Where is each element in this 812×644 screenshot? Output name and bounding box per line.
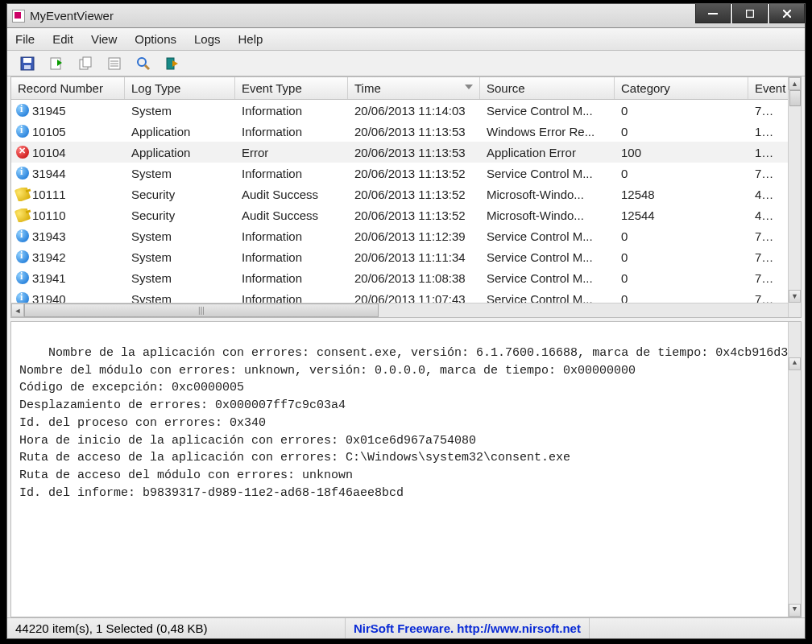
table-row[interactable]: 31941SystemInformation20/06/2013 11:08:3… — [11, 267, 801, 288]
audit-success-icon — [14, 208, 31, 222]
hscroll-track[interactable]: ||| — [24, 303, 788, 317]
cell-cat: 0 — [615, 250, 748, 264]
svg-line-15 — [145, 65, 149, 69]
table-row[interactable]: 31942SystemInformation20/06/2013 11:11:3… — [11, 246, 801, 267]
event-table: Record Number Log Type Event Type Time S… — [10, 76, 802, 318]
table-body: 31945SystemInformation20/06/2013 11:14:0… — [11, 100, 801, 303]
table-row[interactable]: 31944SystemInformation20/06/2013 11:13:5… — [11, 163, 801, 184]
cell-log: System — [125, 271, 235, 285]
cell-log: Security — [125, 208, 235, 222]
table-vscroll[interactable]: ▲ ▼ — [788, 77, 801, 317]
cell-source: Service Control M... — [480, 250, 615, 264]
toolbar — [7, 51, 805, 76]
cell-cat: 0 — [615, 104, 748, 118]
event-detail-pane[interactable]: Nombre de la aplicación con errores: con… — [10, 321, 802, 617]
minimize-button[interactable] — [695, 4, 731, 23]
cell-record: 10110 — [32, 208, 66, 222]
cell-log: System — [125, 229, 235, 243]
scroll-left-icon[interactable]: ◄ — [11, 303, 24, 317]
cell-event: Information — [235, 104, 348, 118]
menu-options[interactable]: Options — [135, 32, 176, 46]
cell-record: 31940 — [32, 292, 66, 303]
menu-view[interactable]: View — [91, 32, 117, 46]
detail-scroll-down-icon[interactable]: ▼ — [789, 604, 801, 617]
info-icon — [16, 167, 29, 180]
cell-evid: 7036 — [748, 229, 792, 243]
copy-icon[interactable] — [77, 55, 94, 72]
cell-evid: 4624 — [748, 208, 792, 222]
cell-time: 20/06/2013 11:12:39 — [348, 229, 480, 243]
table-hscroll[interactable]: ◄ ||| ► — [11, 303, 801, 317]
cell-log: System — [125, 250, 235, 264]
menu-file[interactable]: File — [15, 32, 35, 46]
hscroll-thumb[interactable]: ||| — [24, 303, 379, 317]
detail-scroll-up-icon[interactable]: ▲ — [789, 357, 801, 370]
refresh-icon[interactable] — [48, 55, 65, 72]
cell-event: Information — [235, 125, 348, 138]
table-row[interactable]: 31943SystemInformation20/06/2013 11:12:3… — [11, 225, 801, 246]
cell-source: Windows Error Re... — [480, 125, 615, 138]
cell-time: 20/06/2013 11:07:43 — [348, 292, 480, 303]
cell-log: System — [125, 104, 235, 118]
col-source[interactable]: Source — [480, 77, 615, 99]
cell-event: Error — [235, 146, 348, 159]
save-icon[interactable] — [19, 55, 36, 72]
table-row[interactable]: 31940SystemInformation20/06/2013 11:07:4… — [11, 288, 801, 303]
svg-rect-1 — [747, 10, 754, 17]
cell-cat: 0 — [615, 229, 748, 243]
menubar: File Edit View Options Logs Help — [7, 28, 805, 51]
maximize-button[interactable] — [732, 4, 768, 23]
menu-help[interactable]: Help — [238, 32, 263, 46]
col-log-type[interactable]: Log Type — [125, 77, 235, 99]
menu-logs[interactable]: Logs — [194, 32, 221, 46]
cell-time: 20/06/2013 11:14:03 — [348, 104, 480, 118]
cell-event: Audit Success — [235, 188, 348, 201]
col-time[interactable]: Time — [348, 77, 480, 99]
cell-cat: 0 — [615, 292, 748, 303]
cell-event: Information — [235, 167, 348, 180]
cell-record: 31942 — [32, 250, 66, 264]
vscroll-thumb[interactable] — [789, 90, 801, 106]
col-event-id[interactable]: Event — [748, 77, 792, 99]
info-icon — [16, 271, 29, 284]
error-icon — [16, 146, 29, 159]
cell-evid: 7036 — [748, 250, 792, 264]
table-row[interactable]: 31945SystemInformation20/06/2013 11:14:0… — [11, 100, 801, 121]
cell-source: Service Control M... — [480, 167, 615, 180]
cell-record: 31943 — [32, 229, 66, 243]
col-event-type[interactable]: Event Type — [235, 77, 348, 99]
cell-source: Application Error — [480, 146, 615, 159]
svg-rect-6 — [24, 65, 31, 69]
menu-edit[interactable]: Edit — [52, 32, 73, 46]
scroll-down-icon[interactable]: ▼ — [789, 290, 801, 303]
svg-rect-5 — [23, 58, 31, 63]
status-credit-link[interactable]: NirSoft Freeware. http://www.nirsoft.net — [346, 618, 590, 638]
cell-evid: 1001 — [748, 125, 792, 138]
statusbar: 44220 item(s), 1 Selected (0,48 KB) NirS… — [7, 617, 805, 638]
info-icon — [16, 250, 29, 263]
cell-cat: 0 — [615, 167, 748, 180]
table-row[interactable]: 10110SecurityAudit Success20/06/2013 11:… — [11, 204, 801, 225]
properties-icon[interactable] — [106, 55, 123, 72]
cell-log: System — [125, 292, 235, 303]
col-category[interactable]: Category — [615, 77, 748, 99]
window-title: MyEventViewer — [30, 9, 694, 23]
window-buttons — [694, 4, 805, 27]
detail-text: Nombre de la aplicación con errores: con… — [19, 346, 788, 500]
cell-time: 20/06/2013 11:11:34 — [348, 250, 480, 264]
close-button[interactable] — [769, 4, 805, 23]
table-row[interactable]: 10111SecurityAudit Success20/06/2013 11:… — [11, 184, 801, 204]
col-record-number[interactable]: Record Number — [11, 77, 125, 99]
cell-time: 20/06/2013 11:13:52 — [348, 208, 480, 222]
table-row[interactable]: 10104ApplicationError20/06/2013 11:13:53… — [11, 142, 801, 163]
cell-cat: 0 — [615, 271, 748, 285]
scroll-up-icon[interactable]: ▲ — [789, 77, 801, 90]
find-icon[interactable] — [135, 55, 152, 72]
exit-icon[interactable] — [164, 55, 181, 72]
cell-record: 31945 — [32, 104, 66, 118]
table-row[interactable]: 10105ApplicationInformation20/06/2013 11… — [11, 121, 801, 142]
cell-evid: 1000 — [748, 146, 792, 159]
detail-vscroll[interactable]: ▲ ▼ — [788, 322, 801, 617]
cell-source: Microsoft-Windo... — [480, 188, 615, 201]
cell-cat: 0 — [615, 125, 748, 138]
